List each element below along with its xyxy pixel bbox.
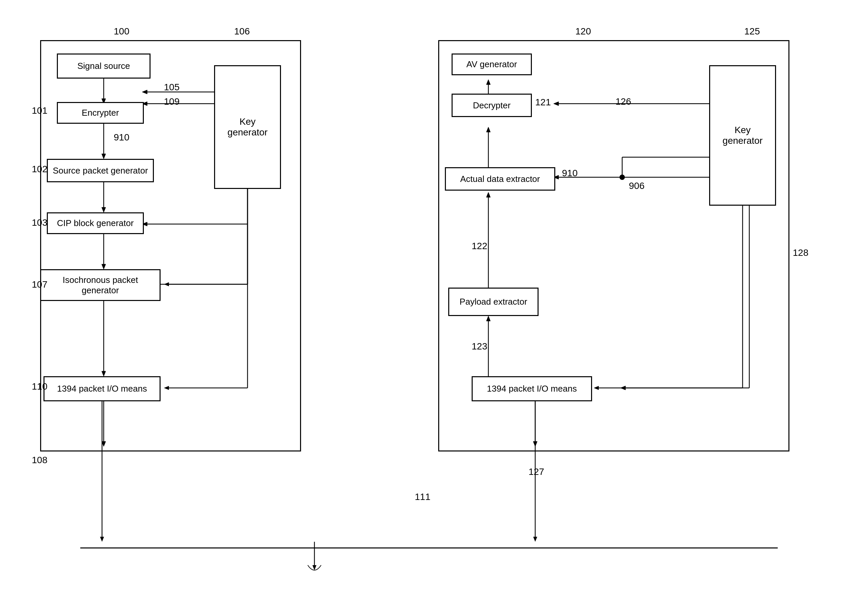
ref-910a: 910 (114, 132, 129, 143)
av-generator-label: AV generator (466, 59, 517, 70)
ref-128: 128 (793, 247, 808, 258)
decrypter-label: Decrypter (473, 100, 511, 111)
isochronous-packet-gen-label: Isochronous packet generator (45, 275, 156, 296)
ref-111: 111 (415, 492, 431, 502)
signal-source-block: Signal source (57, 53, 151, 79)
ref-103: 103 (32, 217, 48, 228)
ref-122: 122 (472, 241, 487, 251)
ref-123: 123 (472, 341, 487, 352)
packet-io-left-block: 1394 packet I/O means (44, 376, 160, 401)
decrypter-block: Decrypter (452, 94, 532, 117)
payload-extractor-block: Payload extractor (448, 288, 539, 316)
actual-data-extractor-block: Actual data extractor (445, 167, 555, 191)
diagram-container: Signal source Encrypter Source packet ge… (13, 13, 845, 602)
ref-108: 108 (32, 455, 48, 465)
ref-102: 102 (32, 164, 48, 175)
svg-marker-48 (312, 565, 316, 570)
ref-121: 121 (535, 97, 551, 108)
ref-106: 106 (234, 26, 250, 37)
key-gen-left-label: Key generator (227, 116, 267, 138)
ref-100: 100 (114, 26, 129, 37)
payload-extractor-label: Payload extractor (460, 296, 527, 307)
source-packet-gen-label: Source packet generator (53, 166, 148, 176)
ref-107: 107 (32, 279, 48, 290)
key-gen-left-block: Key generator (214, 65, 281, 189)
packet-io-right-label: 1394 packet I/O means (487, 383, 577, 394)
ref-120: 120 (575, 26, 591, 37)
ref-110: 110 (32, 381, 48, 392)
signal-source-label: Signal source (77, 61, 130, 71)
encrypter-block: Encrypter (57, 102, 144, 124)
ref-127: 127 (528, 467, 544, 477)
encrypter-label: Encrypter (82, 108, 119, 118)
packet-io-left-label: 1394 packet I/O means (57, 383, 147, 394)
ref-126: 126 (616, 96, 631, 107)
ref-109: 109 (164, 96, 180, 107)
svg-marker-46 (533, 537, 537, 542)
av-generator-block: AV generator (452, 53, 532, 75)
actual-data-extractor-label: Actual data extractor (460, 174, 540, 184)
ref-105: 105 (164, 82, 180, 93)
bus-line (80, 548, 778, 548)
key-gen-right-block: Key generator (709, 65, 776, 206)
ref-101: 101 (32, 106, 48, 116)
cip-block-gen-block: CIP block generator (47, 213, 144, 234)
packet-io-right-block: 1394 packet I/O means (472, 376, 592, 401)
svg-marker-44 (100, 537, 104, 542)
ref-125: 125 (744, 26, 760, 37)
key-gen-right-label: Key generator (723, 125, 763, 146)
isochronous-packet-gen-block: Isochronous packet generator (40, 269, 160, 301)
ref-906: 906 (629, 181, 645, 191)
source-packet-gen-block: Source packet generator (47, 159, 154, 182)
ref-910b: 910 (562, 168, 578, 178)
cip-block-gen-label: CIP block generator (57, 218, 134, 228)
